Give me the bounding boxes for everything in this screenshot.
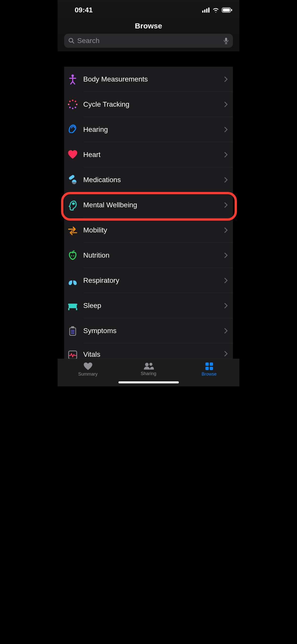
body-measurements-icon <box>66 72 80 86</box>
chevron-right-icon <box>224 177 228 183</box>
wifi-icon <box>212 8 219 13</box>
tab-label: Browse <box>201 372 217 377</box>
home-indicator[interactable] <box>118 381 179 383</box>
category-list: Body Measurements Cycle Tracking <box>58 61 239 359</box>
search-placeholder: Search <box>77 37 221 45</box>
signal-icon <box>202 8 210 13</box>
battery-icon <box>222 8 232 13</box>
people-icon <box>143 362 154 370</box>
category-vitals[interactable]: Vitals <box>64 343 233 359</box>
chevron-right-icon <box>224 76 228 82</box>
chevron-right-icon <box>224 253 228 258</box>
svg-point-22 <box>73 255 74 256</box>
svg-rect-6 <box>231 9 232 11</box>
chevron-right-icon <box>224 202 228 208</box>
chevron-right-icon <box>224 227 228 233</box>
category-label: Heart <box>83 151 224 159</box>
svg-rect-26 <box>76 308 77 310</box>
category-label: Hearing <box>83 126 224 134</box>
svg-rect-37 <box>205 367 209 370</box>
cycle-tracking-icon <box>66 97 80 111</box>
screen: 09:41 Browse Search Body M <box>58 0 239 386</box>
svg-rect-23 <box>69 305 77 308</box>
category-mental-wellbeing[interactable]: Mental Wellbeing <box>64 192 233 218</box>
svg-point-17 <box>68 104 69 105</box>
category-label: Mobility <box>83 226 224 234</box>
tab-label: Summary <box>78 372 98 377</box>
svg-rect-25 <box>68 308 69 310</box>
grid-icon <box>205 362 214 371</box>
chevron-right-icon <box>224 351 228 356</box>
search-input[interactable]: Search <box>64 34 233 48</box>
vitals-icon <box>66 348 80 359</box>
svg-point-15 <box>72 108 73 109</box>
svg-point-18 <box>69 101 71 102</box>
category-mobility[interactable]: Mobility <box>64 218 233 243</box>
category-label: Respiratory <box>83 276 224 285</box>
category-cycle-tracking[interactable]: Cycle Tracking <box>64 92 233 117</box>
heart-filled-icon <box>83 362 93 371</box>
svg-point-12 <box>75 101 76 102</box>
svg-point-13 <box>76 104 77 105</box>
category-label: Symptoms <box>83 327 224 335</box>
svg-point-33 <box>145 363 149 366</box>
svg-rect-32 <box>69 351 77 359</box>
svg-rect-35 <box>205 363 209 366</box>
category-label: Mental Wellbeing <box>83 201 224 209</box>
category-respiratory[interactable]: Respiratory <box>64 268 233 293</box>
svg-rect-0 <box>202 11 203 13</box>
category-label: Cycle Tracking <box>83 100 224 108</box>
svg-rect-5 <box>223 9 230 12</box>
category-nutrition[interactable]: Nutrition <box>64 243 233 268</box>
svg-rect-38 <box>210 367 213 370</box>
heart-icon <box>66 148 80 162</box>
category-hearing[interactable]: Hearing <box>64 117 233 142</box>
page-title: Browse <box>58 17 239 34</box>
svg-rect-2 <box>206 9 207 13</box>
status-bar: 09:41 <box>58 0 239 17</box>
nutrition-icon <box>66 248 80 262</box>
svg-point-14 <box>75 107 76 108</box>
svg-rect-28 <box>71 326 74 328</box>
mobility-icon <box>66 223 80 237</box>
category-medications[interactable]: Medications <box>64 167 233 192</box>
search-icon <box>68 37 75 44</box>
status-icons <box>202 8 232 13</box>
chevron-right-icon <box>224 127 228 132</box>
svg-rect-36 <box>210 363 213 366</box>
symptoms-icon <box>66 324 80 338</box>
chevron-right-icon <box>224 102 228 107</box>
microphone-icon[interactable] <box>223 37 229 44</box>
tab-summary[interactable]: Summary <box>58 359 118 386</box>
tab-label: Sharing <box>141 371 156 376</box>
tab-browse[interactable]: Browse <box>179 359 239 386</box>
category-heart[interactable]: Heart <box>64 142 233 167</box>
svg-line-8 <box>72 42 74 43</box>
chevron-right-icon <box>224 278 228 283</box>
chevron-right-icon <box>224 303 228 308</box>
svg-point-34 <box>149 363 152 366</box>
category-sleep[interactable]: Sleep <box>64 293 233 318</box>
respiratory-icon <box>66 273 80 288</box>
svg-rect-1 <box>204 10 205 13</box>
category-label: Body Measurements <box>83 75 224 83</box>
svg-point-16 <box>69 107 71 108</box>
category-label: Vitals <box>83 350 224 358</box>
category-label: Medications <box>83 176 224 184</box>
category-body-measurements[interactable]: Body Measurements <box>64 67 233 92</box>
header: 09:41 Browse Search <box>58 0 239 51</box>
svg-rect-24 <box>68 304 77 305</box>
svg-rect-3 <box>208 8 209 13</box>
svg-point-11 <box>72 100 73 101</box>
mental-wellbeing-icon <box>66 198 80 212</box>
sleep-icon <box>66 299 80 313</box>
svg-rect-19 <box>68 174 75 180</box>
hearing-icon <box>66 123 80 137</box>
category-label: Nutrition <box>83 251 224 259</box>
category-symptoms[interactable]: Symptoms <box>64 318 233 343</box>
chevron-right-icon <box>224 328 228 334</box>
status-time: 09:41 <box>75 6 93 14</box>
medications-icon <box>66 173 80 187</box>
svg-point-21 <box>71 255 72 256</box>
chevron-right-icon <box>224 152 228 157</box>
